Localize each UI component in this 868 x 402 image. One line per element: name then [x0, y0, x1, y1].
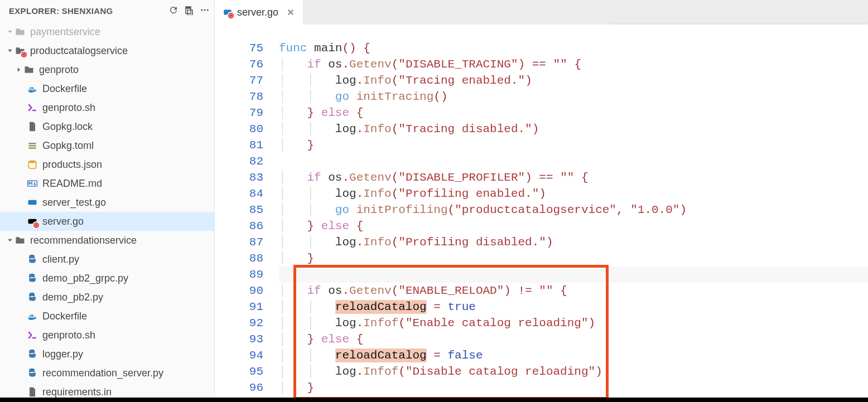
tree-folder[interactable]: recommendationservice [0, 231, 214, 250]
code-line[interactable]: │ │ go initProfiling("productcatalogserv… [279, 202, 868, 218]
tree-file[interactable]: server.go [0, 212, 214, 231]
line-number: 75 [215, 40, 263, 56]
tree-file[interactable]: Gopkg.toml [0, 136, 214, 155]
editor-area: server.go Aa Abl .* 2 of 4 7576777879808… [215, 0, 868, 402]
line-number: 86 [215, 218, 263, 234]
code-line[interactable]: │ } else { [279, 218, 868, 234]
code-editor[interactable]: 7576777879808182838485868788899091929394… [215, 25, 868, 402]
tree-item-label: recommendationservice [30, 235, 137, 246]
close-icon[interactable] [286, 8, 295, 17]
code-line[interactable]: │ } else { [279, 105, 868, 121]
tree-file[interactable]: Dockerfile [0, 307, 214, 326]
code-line[interactable]: │ } [279, 380, 868, 396]
chevron-right-icon[interactable] [15, 65, 23, 74]
chevron-down-icon[interactable] [6, 236, 15, 245]
code-line[interactable]: │ if os.Getenv("DISABLE_TRACING") == "" … [279, 56, 868, 72]
refresh-icon[interactable] [168, 5, 179, 17]
tree-file[interactable]: genproto.sh [0, 98, 214, 117]
tree-item-label: logger.py [42, 348, 83, 360]
tree-item-label: genproto.sh [42, 102, 95, 114]
tree-file[interactable]: client.py [0, 250, 214, 269]
file-tree: paymentserviceproductcatalogservicegenpr… [0, 21, 214, 402]
code-line[interactable] [279, 267, 868, 283]
svg-rect-8 [28, 200, 37, 205]
tree-folder[interactable]: productcatalogservice [0, 41, 214, 60]
line-number: 90 [215, 283, 263, 299]
svg-rect-10 [224, 10, 232, 15]
explorer-title: EXPLORER: SHENXIANG [9, 6, 168, 16]
code-line[interactable]: │ │ log.Info("Tracing disabled.") [279, 121, 868, 137]
tree-file[interactable]: logger.py [0, 345, 214, 364]
tree-item-label: Gopkg.toml [42, 140, 94, 152]
code-line[interactable]: │ │ reloadCatalog = true [279, 299, 868, 315]
tab-bar: server.go [215, 0, 868, 25]
tree-item-label: server_test.go [42, 197, 106, 209]
tree-file[interactable]: Dockerfile [0, 79, 214, 98]
tree-file[interactable]: demo_pb2.py [0, 288, 214, 307]
code-line[interactable]: │ if os.Getenv("DISABLE_PROFILER") == ""… [279, 169, 868, 186]
code-line[interactable]: func main() { [279, 40, 868, 56]
tree-file[interactable]: genproto.sh [0, 326, 214, 345]
tree-item-label: server.go [42, 216, 84, 227]
tree-item-label: Dockerfile [42, 83, 87, 95]
code-line[interactable] [279, 153, 868, 169]
svg-point-0 [201, 9, 202, 11]
tree-file[interactable]: server_test.go [0, 193, 214, 212]
code-line[interactable]: │ │ reloadCatalog = false [279, 347, 868, 364]
code-content[interactable]: func main() {│ if os.Getenv("DISABLE_TRA… [279, 25, 868, 402]
line-gutter: 7576777879808182838485868788899091929394… [215, 25, 279, 402]
file-icon [27, 121, 38, 132]
code-line[interactable]: │ │ log.Info("Profiling enabled.") [279, 186, 868, 202]
go-file-icon [223, 7, 233, 17]
line-number: 88 [215, 250, 263, 267]
py-icon [27, 292, 38, 303]
line-number: 81 [215, 137, 263, 153]
code-line[interactable]: │ } else { [279, 331, 868, 347]
code-line[interactable]: │ │ log.Info("Profiling disabled.") [279, 234, 868, 250]
tree-folder[interactable]: paymentservice [0, 22, 214, 41]
line-number: 84 [215, 186, 263, 202]
tree-file[interactable]: Gopkg.lock [0, 117, 214, 136]
tree-file[interactable]: recommendation_server.py [0, 364, 214, 382]
svg-rect-5 [28, 147, 36, 149]
code-line[interactable]: │ │ go initTracing() [279, 89, 868, 105]
line-number: 78 [215, 89, 263, 105]
tree-item-label: demo_pb2.py [42, 292, 103, 303]
line-number: 76 [215, 56, 263, 72]
py-icon [27, 367, 38, 379]
line-number: 89 [215, 267, 263, 283]
docker-icon [27, 311, 38, 322]
tab-label: server.go [237, 7, 278, 18]
line-number: 96 [215, 380, 263, 396]
search-highlight: reloadCatalog [335, 300, 427, 314]
tree-item-label: Gopkg.lock [42, 121, 93, 133]
tree-folder[interactable]: genproto [0, 60, 214, 79]
code-line[interactable]: │ } [279, 137, 868, 153]
svg-point-1 [204, 9, 206, 11]
tree-item-label: paymentservice [30, 26, 100, 38]
crop-edge [0, 398, 868, 402]
code-line[interactable]: │ │ log.Infof("Enable catalog reloading"… [279, 315, 868, 331]
chevron-down-icon[interactable] [6, 46, 15, 55]
code-line[interactable]: │ if os.Getenv("ENABLE_RELOAD") != "" { [279, 283, 868, 299]
code-line[interactable]: │ │ log.Infof("Disable catalog reloading… [279, 364, 868, 380]
code-line[interactable]: │ │ log.Info("Tracing enabled.") [279, 72, 868, 89]
svg-rect-3 [28, 143, 36, 144]
search-highlight: reloadCatalog [335, 348, 427, 362]
sh-icon [27, 330, 38, 341]
more-icon[interactable] [200, 5, 210, 17]
tree-item-label: demo_pb2_grpc.py [42, 273, 128, 284]
tree-item-label: Dockerfile [42, 311, 87, 322]
line-number: 95 [215, 364, 263, 380]
chevron-down-icon[interactable] [6, 27, 15, 36]
tab-server-go[interactable]: server.go [215, 0, 303, 25]
svg-rect-9 [28, 219, 37, 224]
svg-point-6 [28, 161, 36, 163]
tree-file[interactable]: demo_pb2_grpc.py [0, 269, 214, 288]
tree-file[interactable]: README.md [0, 174, 214, 193]
tree-file[interactable]: products.json [0, 155, 214, 174]
collapse-all-icon[interactable] [184, 5, 194, 17]
code-line[interactable]: │ } [279, 250, 868, 267]
tree-item-label: genproto [39, 64, 79, 76]
json-icon [27, 159, 38, 170]
